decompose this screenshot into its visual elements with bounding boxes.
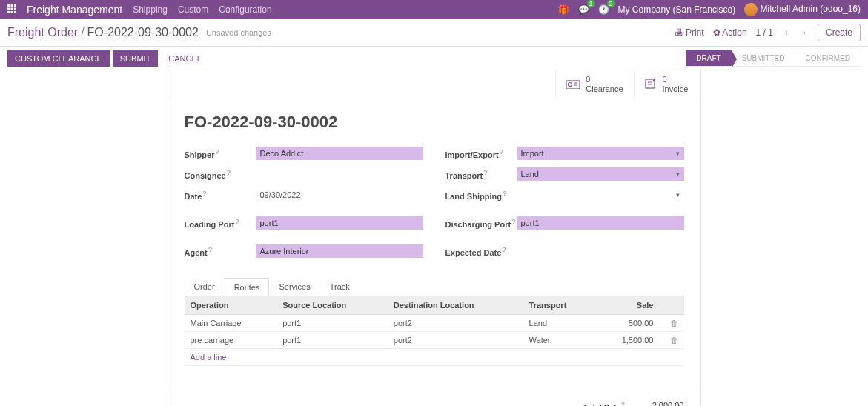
- transport-field[interactable]: Land▾: [517, 167, 684, 181]
- breadcrumb-sep: /: [81, 26, 84, 39]
- tab-routes[interactable]: Routes: [225, 278, 270, 296]
- user-menu[interactable]: Mitchell Admin (odoo_16): [744, 3, 861, 16]
- cell-operation[interactable]: Main Carriage: [185, 315, 277, 332]
- date-label: Date?: [185, 190, 256, 201]
- svg-rect-0: [7, 4, 10, 7]
- svg-rect-4: [11, 8, 13, 10]
- custom-clearance-button[interactable]: CUSTOM CLEARANCE: [7, 50, 110, 67]
- messages-badge: 1: [587, 0, 595, 7]
- gift-icon[interactable]: 🎁: [558, 4, 569, 15]
- totals: Total Sale? : 2,000.00: [168, 390, 700, 406]
- action-bar: CUSTOM CLEARANCE SUBMIT CANCEL DRAFT SUB…: [0, 47, 868, 70]
- print-button[interactable]: 🖶 Print: [675, 27, 704, 38]
- discharging-port-field[interactable]: port1: [517, 216, 684, 230]
- consignee-label: Consignee?: [185, 169, 256, 180]
- cancel-button[interactable]: CANCEL: [161, 50, 209, 67]
- shipper-field[interactable]: Deco Addict: [256, 147, 423, 160]
- nav-custom[interactable]: Custom: [178, 4, 208, 15]
- add-line-button[interactable]: Add a line: [191, 353, 227, 362]
- form-sheet: 0Clearance 0Invoice FO-2022-09-30-0002 S…: [168, 70, 701, 406]
- top-nav: Freight Management Shipping Custom Confi…: [0, 0, 868, 19]
- apps-icon[interactable]: [7, 4, 16, 16]
- table-row[interactable]: Main Carriage port1 port2 Land 500.00 🗑: [185, 315, 684, 332]
- status-draft[interactable]: DRAFT: [686, 50, 731, 67]
- cell-transport[interactable]: Land: [523, 315, 596, 332]
- import-export-field[interactable]: Import▾: [517, 147, 684, 160]
- cell-source[interactable]: port1: [276, 332, 388, 349]
- routes-table: Operation Source Location Destination Lo…: [185, 296, 684, 376]
- cell-source[interactable]: port1: [276, 315, 388, 332]
- discharging-port-label: Discharging Port?: [445, 218, 517, 229]
- loading-port-field[interactable]: port1: [256, 216, 423, 230]
- expected-date-label: Expected Date?: [445, 246, 517, 257]
- breadcrumb-root[interactable]: Freight Order: [7, 26, 78, 39]
- invoice-label: Invoice: [663, 84, 689, 94]
- stat-clearance-button[interactable]: 0Clearance: [555, 70, 633, 99]
- stat-invoice-button[interactable]: 0Invoice: [634, 70, 700, 99]
- consignee-field[interactable]: [256, 172, 423, 176]
- cell-dest[interactable]: port2: [388, 332, 523, 349]
- pager-prev-icon[interactable]: ‹: [782, 27, 791, 38]
- clearance-icon: [566, 79, 580, 91]
- unsaved-indicator: Unsaved changes: [206, 28, 271, 37]
- avatar-icon: [744, 3, 758, 16]
- chevron-down-icon: ▾: [676, 170, 680, 178]
- status-confirmed[interactable]: CONFIRMED: [795, 50, 861, 67]
- app-name[interactable]: Freight Management: [27, 4, 122, 16]
- land-shipping-field[interactable]: ▾: [517, 189, 684, 201]
- invoice-count: 0: [663, 75, 689, 84]
- import-export-label: Import/Export?: [445, 148, 517, 159]
- land-shipping-label: Land Shipping?: [445, 190, 517, 201]
- clearance-label: Clearance: [586, 84, 623, 94]
- record-title: FO-2022-09-30-0002: [185, 113, 684, 132]
- activities-icon[interactable]: 🕐2: [598, 4, 609, 15]
- loading-port-label: Loading Port?: [185, 218, 256, 229]
- clearance-count: 0: [586, 75, 623, 84]
- breadcrumb-bar: Freight Order / FO-2022-09-30-0002 Unsav…: [0, 19, 868, 47]
- col-dest: Destination Location: [388, 296, 523, 315]
- nav-configuration[interactable]: Configuration: [219, 4, 271, 15]
- total-sale-value: 2,000.00: [652, 401, 684, 406]
- invoice-icon: [645, 79, 657, 91]
- chevron-down-icon: ▾: [676, 191, 680, 199]
- messages-icon[interactable]: 💬1: [578, 4, 589, 15]
- svg-rect-8: [14, 11, 16, 13]
- svg-rect-7: [11, 11, 13, 13]
- nav-shipping[interactable]: Shipping: [133, 4, 168, 15]
- total-sale-label: Total Sale? :: [583, 401, 629, 406]
- agent-label: Agent?: [185, 246, 256, 257]
- tab-track[interactable]: Track: [320, 277, 360, 296]
- delete-row-icon[interactable]: 🗑: [670, 336, 678, 345]
- chevron-down-icon: ▾: [676, 150, 680, 157]
- company-switcher[interactable]: My Company (San Francisco): [618, 4, 736, 15]
- status-submitted[interactable]: SUBMITTED: [732, 50, 795, 67]
- pager-next-icon[interactable]: ›: [800, 27, 809, 38]
- action-button[interactable]: ✿ Action: [713, 27, 747, 38]
- cell-transport[interactable]: Water: [523, 332, 596, 349]
- cell-dest[interactable]: port2: [388, 315, 523, 332]
- delete-row-icon[interactable]: 🗑: [670, 319, 678, 327]
- agent-field[interactable]: Azure Interior: [256, 244, 423, 258]
- svg-rect-1: [11, 4, 13, 7]
- pager[interactable]: 1 / 1: [756, 27, 773, 38]
- cell-sale[interactable]: 500.00: [595, 315, 659, 332]
- tabs: Order Routes Services Track: [185, 277, 684, 296]
- tab-services[interactable]: Services: [269, 277, 319, 296]
- expected-date-field[interactable]: [517, 249, 684, 253]
- col-sale: Sale: [595, 296, 659, 315]
- cell-sale[interactable]: 1,500.00: [595, 332, 659, 349]
- activities-badge: 2: [607, 0, 615, 7]
- tab-order[interactable]: Order: [185, 277, 225, 296]
- stat-buttons: 0Clearance 0Invoice: [168, 70, 700, 99]
- svg-rect-5: [14, 8, 16, 10]
- create-button[interactable]: Create: [818, 24, 861, 41]
- col-operation: Operation: [185, 296, 277, 315]
- svg-point-10: [569, 82, 572, 86]
- status-bar: DRAFT SUBMITTED CONFIRMED: [686, 50, 861, 67]
- cell-operation[interactable]: pre carriage: [185, 332, 277, 349]
- submit-button[interactable]: SUBMIT: [113, 50, 159, 67]
- svg-rect-2: [14, 4, 16, 7]
- date-field[interactable]: 09/30/2022: [256, 188, 423, 202]
- breadcrumb-current: FO-2022-09-30-0002: [87, 26, 199, 39]
- table-row[interactable]: pre carriage port1 port2 Water 1,500.00 …: [185, 332, 684, 349]
